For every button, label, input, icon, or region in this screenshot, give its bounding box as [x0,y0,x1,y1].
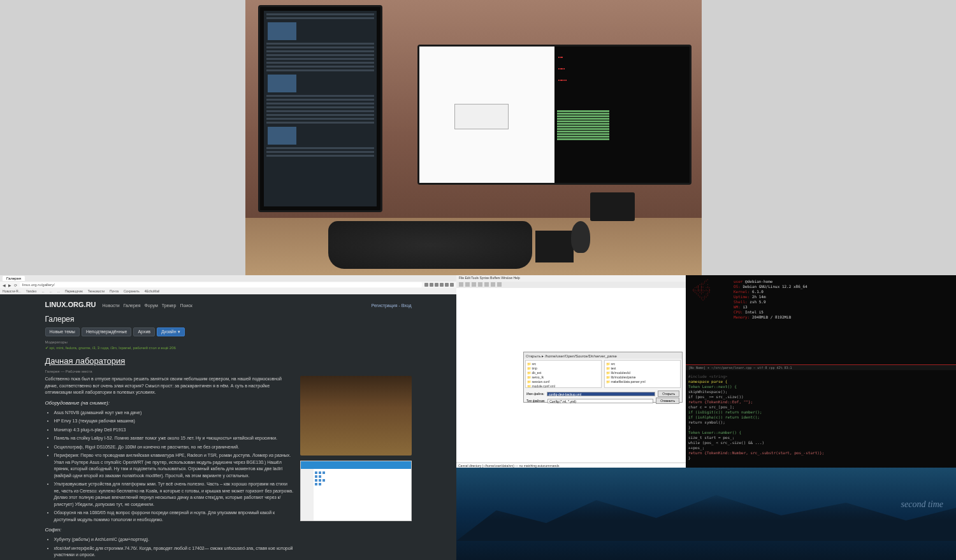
filter-row: Новые темыНеподтверждённыеАрхивДизайн ▾ [45,327,412,336]
undo-icon[interactable] [472,282,476,287]
tags-line[interactable]: ✔ xpi, mint, fedora, gnome, i3, 3 года, … [45,345,412,350]
ext-icon[interactable] [435,283,438,287]
address-bar[interactable]: ◀ ▶ ⟳ linux.org.ru/gallery/ [0,282,456,288]
dir-list-right[interactable]: 📁 src📁 test📁 lib/modules/id📁 lib/modules… [604,360,681,388]
site-title[interactable]: LINUX.ORG.RU [45,301,96,308]
neofetch-info: user @debian-homeOS: Debian GNU/Linux 12… [734,279,808,320]
filter-button[interactable]: Новые темы [45,327,80,336]
sysinfo-row: Memory: 2048MiB / 8192MiB [734,315,808,320]
reload-icon[interactable]: ⟳ [14,283,17,287]
list-item: Осциллограф, Rigol DS1052E. До 100M он к… [54,444,294,451]
code-line: if (isAlpha(c)) return ident(); [688,415,953,420]
sysinfo-row: CPU: Intel i5 [734,310,808,315]
filename-input[interactable]: config-devi-backup.yml [547,392,655,396]
list-item: Asus N76VB (домашний ноут уже на даче) [54,410,294,417]
monitor-stand [535,231,574,262]
filename-label: Имя файла: [526,392,544,396]
code-line: ++pos_; [688,445,953,450]
vim-status-bar: [No Name] + ~/src/parse/lexer.cpp — utf-… [686,364,956,370]
sysinfo-row: WM: i3 [734,305,808,310]
file-item[interactable]: 📁 db_ext [527,371,600,375]
sysinfo-row: user @debian-home [734,279,808,284]
sysinfo-row: Kernel: 6.1.0 [734,289,808,294]
ext-icon[interactable] [424,283,428,287]
bookmark-item[interactable]: ... [57,289,60,293]
article-title[interactable]: Дачная лаборатория [45,356,412,366]
bookmark-item[interactable]: Новости-Я... [3,289,21,293]
list-item: Хубунту (работы) и ArchLemIC (дом+портги… [54,536,294,543]
code-line: #include <string> [688,374,953,379]
workspace-photo-thumb[interactable] [300,376,412,456]
ext-icon[interactable] [445,283,449,287]
redo-icon[interactable] [478,282,482,287]
file-item[interactable]: 📁 src [527,362,600,366]
bookmark-item[interactable]: Почта [110,289,119,293]
portrait-monitor [258,5,382,212]
bookmark-bar: Новости-Я...Yandex.........ПереводчикТех… [0,288,456,294]
bookmark-item[interactable]: ... [41,289,44,293]
cut-icon[interactable] [484,282,489,287]
tab-bar[interactable]: Галерея [0,275,456,282]
cancel-button[interactable]: Отменить [656,398,679,404]
filter-button[interactable]: Неподтверждённые [82,327,132,336]
file-item[interactable]: 📁 makefile/data.parser.yml [606,380,679,384]
code-line: char c = src_[pos_]; [688,405,953,410]
list-item: Периферия: Перво что проводная английска… [54,452,294,479]
nav-item[interactable]: Новости [103,303,120,308]
forward-icon[interactable]: ▶ [8,283,11,287]
filter-label: Тип файлов: [526,399,545,403]
gvim-status: Cancel directory (~/home/user/data/src) … [456,463,686,468]
copy-icon[interactable] [491,282,495,287]
terminal-window[interactable]: .:' _.::' . .:( ): .:. (:.(:):.:.) ':.':… [686,275,956,468]
mouse [571,221,590,253]
filter-select[interactable]: Config (*.ml, *.yml) [547,399,653,403]
file-item[interactable]: 📁 src [606,362,679,366]
bookmark-item[interactable]: Yandex [26,289,37,293]
bookmark-item[interactable]: Сохранить [124,289,140,293]
code-editor[interactable]: #include <string>namespace parse { Token… [688,374,953,461]
gvim-menu[interactable]: File Edit Tools Syntax Buffers Window He… [456,275,686,282]
code-line: if (isDigit(c)) return number(); [688,410,953,415]
save-icon[interactable] [465,282,470,287]
nav-item[interactable]: Галерея [124,303,141,308]
open-icon[interactable] [459,282,463,287]
file-item[interactable]: 📁 lib/modules/parse [606,375,679,379]
back-icon[interactable]: ◀ [3,283,6,287]
file-item[interactable]: 📁 tmp [527,366,600,370]
nav-item[interactable]: Форум [145,303,158,308]
nav-item[interactable]: Трекер [162,303,177,308]
gallery-heading: Галерея [45,315,412,324]
auth-links[interactable]: Регистрация - Вход [372,303,412,308]
bookmark-item[interactable]: Техновости [88,289,105,293]
url-field[interactable]: linux.org.ru/gallery/ [20,282,422,287]
ext-icon[interactable] [440,283,444,287]
menu-icon[interactable] [450,283,454,287]
list-item: Монитор 4:3 plug-n-play Dell P1913 [54,427,294,434]
code-line: size_t start = pos_; [688,435,953,440]
code-line: Token Lexer::number() { [688,430,953,435]
bookmark-item[interactable]: Переводчик [65,289,83,293]
code-line: namespace parse { [688,379,953,384]
nav-item[interactable]: Поиск [180,303,192,308]
code-line: return symbol(); [688,420,953,425]
gvim-toolbar[interactable] [456,282,686,288]
file-item[interactable]: 📁 lib/modules/id [606,371,679,375]
mountain-graphic [456,490,956,541]
bookmark-item[interactable]: ... [50,289,52,293]
code-line: while (pos_ < src_.size() && ...) [688,440,953,445]
filemanager-thumb[interactable] [300,461,412,521]
bookmark-item[interactable]: 4EchoMail [145,289,159,293]
file-item[interactable]: 📁 module.conf.yml [527,384,600,388]
browser-window: Галерея ◀ ▶ ⟳ linux.org.ru/gallery/ Ново… [0,275,456,560]
ext-icon[interactable] [430,283,433,287]
site-header: LINUX.ORG.RU НовостиГалереяФорумТрекерПо… [45,299,412,310]
file-item[interactable]: 📁 test [606,366,679,370]
filter-button[interactable]: Архив [133,327,155,336]
filter-button[interactable]: Дизайн ▾ [157,327,184,336]
paste-icon[interactable] [497,282,502,287]
file-item[interactable]: 📁 session.conf [527,380,600,384]
browser-tab[interactable]: Галерея [3,276,25,281]
dir-list-left[interactable]: 📁 src📁 tmp📁 db_ext📁 servo_lk📁 session.co… [525,360,602,388]
open-button[interactable]: Открыть [658,391,679,397]
file-item[interactable]: 📁 servo_lk [527,375,600,379]
